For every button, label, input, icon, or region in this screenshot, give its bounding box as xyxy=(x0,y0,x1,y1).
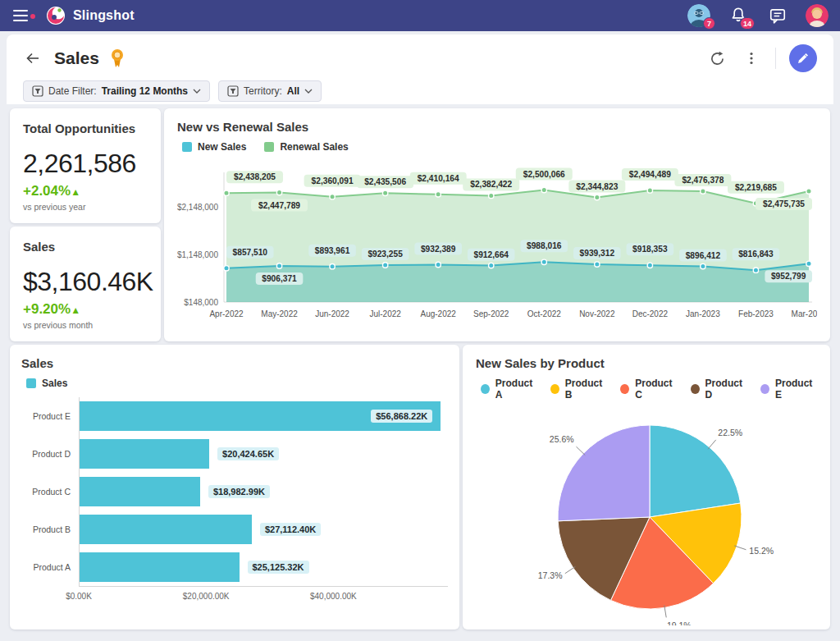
data-point-label: $2,475,735 xyxy=(756,198,812,210)
notifications-badge: 14 xyxy=(740,17,755,30)
legend-item-sales[interactable]: Sales xyxy=(26,378,67,389)
back-button[interactable] xyxy=(23,48,43,68)
notifications-button[interactable]: 14 xyxy=(727,4,750,27)
legend-item-product-c[interactable]: Product C xyxy=(620,378,677,401)
data-point-marker[interactable] xyxy=(330,264,335,269)
bar-row: Product E$56,868.22K xyxy=(21,397,448,435)
legend-item-product-a[interactable]: Product A xyxy=(481,378,537,401)
data-point-marker[interactable] xyxy=(276,263,281,268)
kpi-value: $3,160.46K xyxy=(23,267,148,297)
svg-text:$2,500,066: $2,500,066 xyxy=(523,170,565,179)
hamburger-menu-icon[interactable] xyxy=(13,10,28,21)
data-point-label: $2,447,789 xyxy=(251,199,308,212)
bar-row: Product D$20,424.65K xyxy=(21,435,448,473)
legend-label: New Sales xyxy=(198,141,246,153)
data-point-label: $2,344,823 xyxy=(568,181,625,193)
svg-text:Jul-2022: Jul-2022 xyxy=(369,309,401,318)
data-point-marker[interactable] xyxy=(753,268,758,272)
pie-slice-label: 15.2% xyxy=(749,546,774,556)
svg-text:$2,447,789: $2,447,789 xyxy=(258,201,300,210)
data-point-marker[interactable] xyxy=(701,189,705,194)
bar-row: Product B$27,112.40K xyxy=(21,511,448,548)
slingshot-logo-icon[interactable] xyxy=(46,6,66,25)
data-point-marker[interactable] xyxy=(541,259,546,264)
bar-track: $27,112.40K xyxy=(79,511,448,548)
data-point-marker[interactable] xyxy=(701,263,705,268)
refresh-button[interactable] xyxy=(706,48,728,69)
bar-category-label: Product D xyxy=(21,449,79,459)
data-point-marker[interactable] xyxy=(489,193,494,198)
legend-item-product-b[interactable]: Product B xyxy=(550,378,607,401)
medal-icon xyxy=(107,48,127,69)
new-vs-renewal-sales-chart[interactable]: $148,000$1,148,000$2,148,000Apr-2022May-… xyxy=(177,158,817,335)
data-point-marker[interactable] xyxy=(436,262,441,267)
legend-item-new-sales[interactable]: New Sales xyxy=(182,141,246,153)
data-point-label: $2,476,378 xyxy=(674,174,731,186)
data-point-marker[interactable] xyxy=(330,195,335,199)
data-point-marker[interactable] xyxy=(806,189,811,194)
legend-marker xyxy=(264,142,274,152)
x-axis-tick: $40,000.00K xyxy=(310,592,357,601)
data-point-marker[interactable] xyxy=(541,187,546,192)
user-avatar[interactable] xyxy=(806,4,829,27)
bar-track: $18,982.99K xyxy=(79,473,448,511)
data-point-marker[interactable] xyxy=(647,188,652,193)
territory-filter-chip[interactable]: Territory: All xyxy=(218,80,322,102)
chart-title: Sales xyxy=(21,356,448,370)
chevron-down-icon xyxy=(193,89,201,94)
svg-text:$939,312: $939,312 xyxy=(580,249,615,258)
bar[interactable] xyxy=(80,552,240,582)
data-point-marker[interactable] xyxy=(224,266,229,271)
data-point-marker[interactable] xyxy=(595,262,600,267)
sales-bar-chart[interactable]: Product E$56,868.22KProduct D$20,424.65K… xyxy=(21,397,448,606)
bar-value-label: $18,982.99K xyxy=(208,485,270,498)
chart-title: New Sales by Product xyxy=(476,356,817,370)
data-point-marker[interactable] xyxy=(276,190,281,195)
data-point-label: $2,494,489 xyxy=(622,168,678,181)
pie-slice-product-a[interactable] xyxy=(650,425,741,517)
svg-text:Jan-2023: Jan-2023 xyxy=(686,309,720,318)
data-point-marker[interactable] xyxy=(647,263,652,268)
data-point-marker[interactable] xyxy=(382,190,387,195)
data-point-marker[interactable] xyxy=(436,192,441,197)
data-point-marker[interactable] xyxy=(489,263,494,268)
bar[interactable] xyxy=(80,477,200,506)
data-point-marker[interactable] xyxy=(382,263,387,268)
bar-track: $20,424.65K xyxy=(79,435,448,473)
pie-slice-label: 17.3% xyxy=(538,570,563,580)
filter-field-icon xyxy=(32,85,43,97)
legend-label: Product C xyxy=(635,378,678,401)
bar[interactable] xyxy=(80,515,252,544)
kpi-delta: +9.20%▲ xyxy=(23,301,148,318)
team-avatar[interactable]: 7 xyxy=(687,4,710,27)
edit-button[interactable] xyxy=(789,44,817,72)
legend-item-product-d[interactable]: Product D xyxy=(691,378,747,401)
pie-slice-label: 22.5% xyxy=(718,428,742,437)
new-sales-by-product-chart[interactable]: 22.5%15.2%19.1%17.3%25.6% xyxy=(476,405,817,625)
svg-text:$952,799: $952,799 xyxy=(771,272,806,281)
svg-text:$2,435,506: $2,435,506 xyxy=(364,177,406,186)
svg-text:May-2022: May-2022 xyxy=(261,309,298,318)
more-options-button[interactable] xyxy=(741,48,762,69)
data-point-marker[interactable] xyxy=(224,190,229,195)
legend-item-renewal-sales[interactable]: Renewal Sales xyxy=(264,141,348,153)
svg-text:Aug-2022: Aug-2022 xyxy=(420,309,456,318)
legend-label: Renewal Sales xyxy=(280,141,348,153)
legend-item-product-e[interactable]: Product E xyxy=(760,378,817,401)
svg-text:$2,438,205: $2,438,205 xyxy=(234,172,276,181)
date-filter-chip[interactable]: Date Filter: Trailing 12 Months xyxy=(23,80,210,102)
data-point-marker[interactable] xyxy=(595,195,600,199)
messages-button[interactable] xyxy=(766,4,789,27)
data-point-marker[interactable] xyxy=(806,261,811,266)
legend-label: Sales xyxy=(42,378,67,389)
svg-text:$816,843: $816,843 xyxy=(738,250,774,259)
svg-text:Apr-2022: Apr-2022 xyxy=(209,309,244,318)
svg-text:Mar-2023: Mar-2023 xyxy=(792,309,817,318)
territory-filter-value: All xyxy=(287,85,299,97)
data-point-label: $932,389 xyxy=(414,243,462,255)
svg-text:$2,476,378: $2,476,378 xyxy=(682,176,724,185)
bar[interactable] xyxy=(80,439,209,469)
sales-kpi-card: Sales $3,160.46K +9.20%▲ vs previous mon… xyxy=(10,227,161,341)
data-point-label: $857,510 xyxy=(226,246,274,259)
chart-title: New vs Renewal Sales xyxy=(177,120,817,134)
